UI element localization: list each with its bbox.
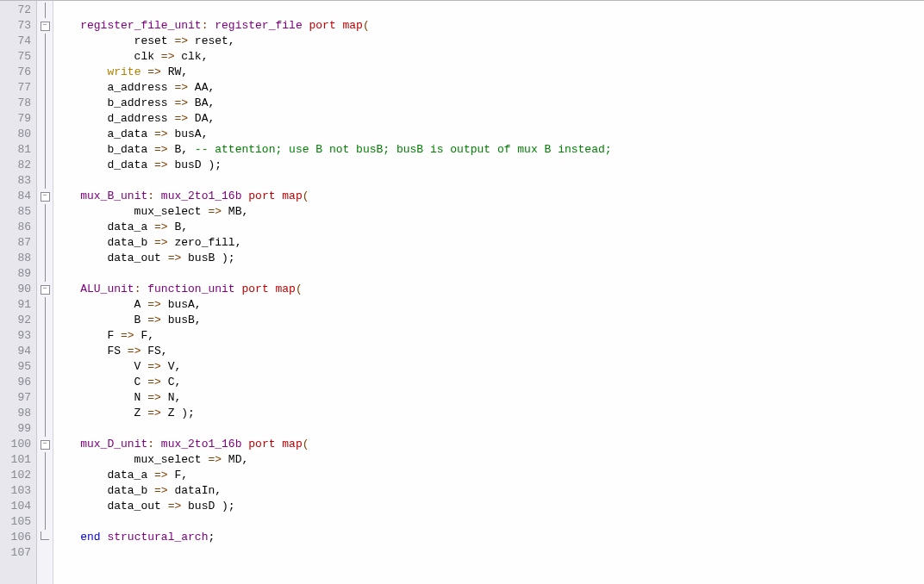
code-line[interactable]: data_b => dataIn, <box>53 483 924 499</box>
code-line[interactable]: write => RW, <box>53 65 924 80</box>
code-token: => <box>154 484 168 497</box>
code-line[interactable]: register_file_unit: register_file port m… <box>53 18 924 34</box>
fold-toggle-icon[interactable]: − <box>41 192 50 202</box>
code-line[interactable]: data_out => busB ); <box>53 251 924 266</box>
fold-cell: − <box>37 189 53 204</box>
fold-cell <box>37 127 53 142</box>
code-token: data_b <box>53 236 154 249</box>
line-number[interactable]: 97 <box>0 390 36 406</box>
code-line[interactable]: A => busA, <box>53 297 924 313</box>
fold-cell <box>37 3 53 18</box>
code-line[interactable]: reset => reset, <box>53 34 924 49</box>
line-number[interactable]: 80 <box>0 127 36 142</box>
code-line[interactable]: a_address => AA, <box>53 80 924 96</box>
line-number[interactable]: 74 <box>0 34 36 49</box>
fold-toggle-icon[interactable]: − <box>41 22 50 31</box>
code-line[interactable]: Z => Z ); <box>53 406 924 421</box>
code-token <box>53 65 107 78</box>
code-line[interactable]: ALU_unit: function_unit port map( <box>53 282 924 297</box>
line-number[interactable]: 88 <box>0 251 36 266</box>
fold-column[interactable]: −−−− <box>37 1 53 584</box>
code-token: data_out <box>53 252 168 264</box>
line-number[interactable]: 92 <box>0 313 36 328</box>
code-line[interactable]: mux_D_unit: mux_2to1_16b port map( <box>53 437 924 452</box>
line-number-gutter[interactable]: 7273747576777879808182838485868788899091… <box>0 1 37 584</box>
code-token: reset, <box>188 34 235 47</box>
code-line[interactable]: clk => clk, <box>53 49 924 65</box>
fold-cell <box>37 421 53 437</box>
line-number[interactable]: 81 <box>0 142 36 158</box>
line-number[interactable]: 95 <box>0 359 36 375</box>
line-number[interactable]: 93 <box>0 328 36 344</box>
fold-guide-line <box>45 173 46 189</box>
code-line[interactable]: data_a => F, <box>53 468 924 483</box>
line-number[interactable]: 106 <box>0 530 36 545</box>
code-line[interactable]: b_address => BA, <box>53 96 924 111</box>
line-number[interactable]: 98 <box>0 406 36 421</box>
line-number[interactable]: 77 <box>0 80 36 96</box>
line-number[interactable]: 94 <box>0 344 36 359</box>
code-line[interactable]: mux_B_unit: mux_2to1_16b port map( <box>53 189 924 204</box>
code-token: busD ); <box>181 500 234 513</box>
code-line[interactable]: F => F, <box>53 328 924 344</box>
line-number[interactable]: 86 <box>0 220 36 235</box>
fold-toggle-icon[interactable]: − <box>41 285 50 295</box>
code-line[interactable]: data_out => busD ); <box>53 499 924 514</box>
line-number[interactable]: 75 <box>0 49 36 65</box>
code-line[interactable] <box>53 3 924 18</box>
code-token: F, <box>168 469 188 481</box>
code-line[interactable]: d_data => busD ); <box>53 158 924 173</box>
code-line[interactable]: V => V, <box>53 359 924 375</box>
code-line[interactable] <box>53 514 924 530</box>
line-number[interactable]: 85 <box>0 204 36 220</box>
line-number[interactable]: 83 <box>0 173 36 189</box>
code-token <box>53 189 80 202</box>
line-number[interactable]: 72 <box>0 3 36 18</box>
line-number[interactable]: 105 <box>0 514 36 530</box>
code-area[interactable]: register_file_unit: register_file port m… <box>53 1 924 584</box>
line-number[interactable]: 103 <box>0 483 36 499</box>
code-line[interactable]: mux_select => MD, <box>53 452 924 468</box>
line-number[interactable]: 101 <box>0 452 36 468</box>
code-line[interactable]: C => C, <box>53 375 924 390</box>
code-line[interactable]: d_address => DA, <box>53 111 924 127</box>
line-number[interactable]: 100 <box>0 437 36 452</box>
line-number[interactable]: 79 <box>0 111 36 127</box>
line-number[interactable]: 107 <box>0 545 36 561</box>
code-line[interactable] <box>53 421 924 437</box>
line-number[interactable]: 87 <box>0 235 36 251</box>
code-line[interactable] <box>53 266 924 282</box>
code-line[interactable]: N => N, <box>53 390 924 406</box>
code-line[interactable]: data_b => zero_fill, <box>53 235 924 251</box>
line-number[interactable]: 89 <box>0 266 36 282</box>
line-number[interactable]: 78 <box>0 96 36 111</box>
line-number[interactable]: 76 <box>0 65 36 80</box>
code-line[interactable] <box>53 173 924 189</box>
line-number[interactable]: 82 <box>0 158 36 173</box>
fold-toggle-icon[interactable]: − <box>41 440 50 450</box>
code-line[interactable]: mux_select => MB, <box>53 204 924 220</box>
code-token: => <box>147 65 161 78</box>
line-number[interactable]: 96 <box>0 375 36 390</box>
code-token: => <box>154 158 168 171</box>
line-number[interactable]: 84 <box>0 189 36 204</box>
code-token: => <box>128 345 141 357</box>
line-number[interactable]: 102 <box>0 468 36 483</box>
line-number[interactable]: 104 <box>0 499 36 514</box>
line-number[interactable]: 90 <box>0 282 36 297</box>
code-line[interactable]: end structural_arch; <box>53 530 924 545</box>
code-line[interactable] <box>53 545 924 561</box>
line-number[interactable]: 99 <box>0 421 36 437</box>
line-number[interactable]: 73 <box>0 18 36 34</box>
code-editor[interactable]: 7273747576777879808182838485868788899091… <box>0 0 924 584</box>
code-line[interactable]: b_data => B, -- attention; use B not bus… <box>53 142 924 158</box>
code-line[interactable]: data_a => B, <box>53 220 924 235</box>
line-number[interactable]: 91 <box>0 297 36 313</box>
code-token: MB, <box>222 205 248 218</box>
code-token <box>53 19 80 32</box>
code-line[interactable]: B => busB, <box>53 313 924 328</box>
code-line[interactable]: a_data => busA, <box>53 127 924 142</box>
code-token: structural_arch <box>107 531 208 544</box>
code-token: clk, <box>174 50 208 63</box>
code-line[interactable]: FS => FS, <box>53 344 924 359</box>
